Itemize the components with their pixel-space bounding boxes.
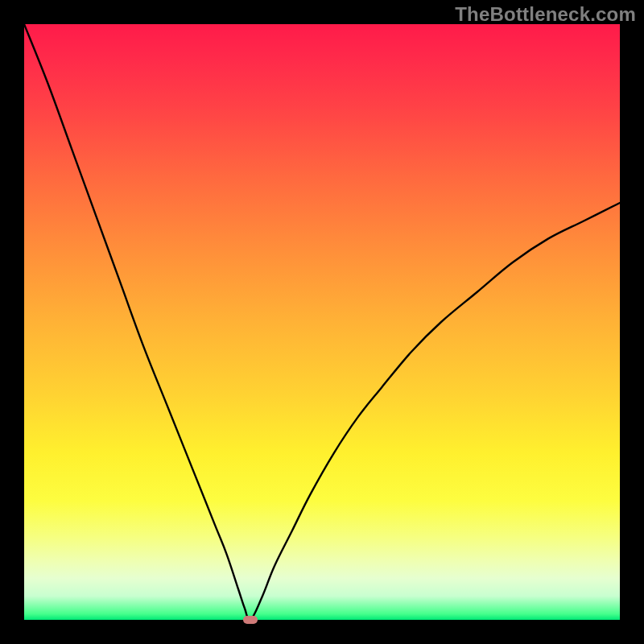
optimum-marker: [243, 616, 258, 624]
bottleneck-curve: [24, 24, 620, 620]
watermark-text: TheBottleneck.com: [455, 3, 636, 26]
curve-path: [24, 24, 620, 620]
chart-frame: TheBottleneck.com: [0, 0, 644, 644]
plot-area: [24, 24, 620, 620]
plot-wrap: [24, 24, 620, 620]
